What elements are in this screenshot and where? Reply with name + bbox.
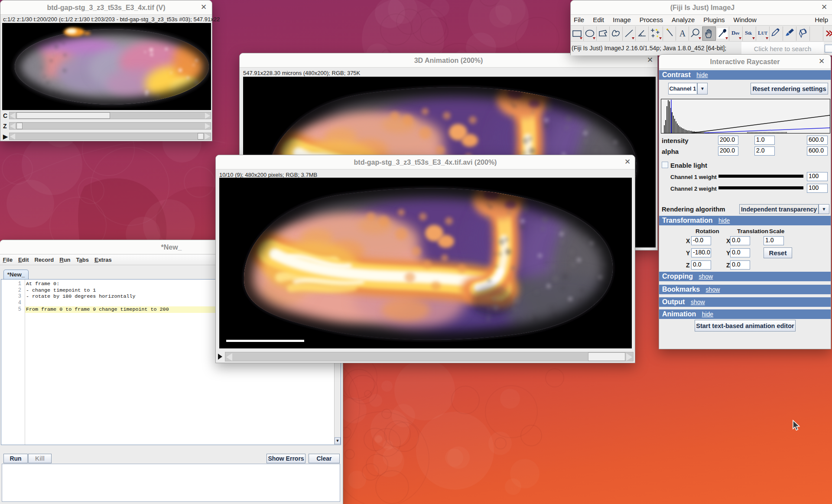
svg-text:Stk: Stk <box>745 29 752 36</box>
svg-text:A: A <box>679 29 686 38</box>
svg-text:Dev: Dev <box>731 29 740 36</box>
svg-text:LUT: LUT <box>758 30 767 36</box>
